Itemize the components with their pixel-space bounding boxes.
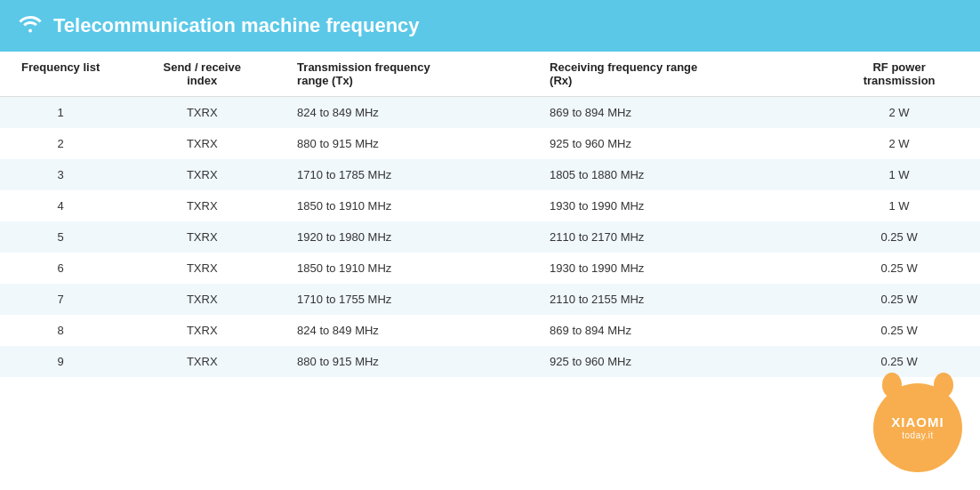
frequency-table: Frequency list Send / receive index Tran… (0, 52, 980, 377)
cell-freq: 4 (0, 190, 121, 221)
cell-freq: 8 (0, 315, 121, 346)
cell-rf: 1 W (818, 159, 980, 190)
cell-rx: 1805 to 1880 MHz (535, 159, 818, 190)
cell-rf: 0.25 W (818, 253, 980, 284)
cell-tx: 824 to 849 MHz (283, 315, 535, 346)
cell-rx: 925 to 960 MHz (535, 128, 818, 159)
watermark: XIAOMI today.it (873, 383, 962, 472)
cell-rf: 0.25 W (818, 221, 980, 253)
cell-mode: TXRX (121, 284, 283, 315)
cell-rf: 0.25 W (818, 284, 980, 315)
cell-tx: 1850 to 1910 MHz (283, 190, 535, 221)
table-row: 3TXRX1710 to 1785 MHz1805 to 1880 MHz1 W (0, 159, 980, 190)
table-row: 1TXRX824 to 849 MHz869 to 894 MHz2 W (0, 97, 980, 129)
cell-freq: 1 (0, 97, 121, 129)
page-title: Telecommunication machine frequency (53, 14, 420, 37)
watermark-sub: today.it (902, 430, 934, 440)
cell-mode: TXRX (121, 128, 283, 159)
table-row: 4TXRX1850 to 1910 MHz1930 to 1990 MHz1 W (0, 190, 980, 221)
cell-rf: 2 W (818, 128, 980, 159)
cell-mode: TXRX (121, 253, 283, 284)
cell-freq: 5 (0, 221, 121, 253)
cell-rx: 2110 to 2170 MHz (535, 221, 818, 253)
col-header-rx: Receiving frequency range (Rx) (535, 52, 818, 97)
cell-rx: 1930 to 1990 MHz (535, 190, 818, 221)
cell-tx: 880 to 915 MHz (283, 128, 535, 159)
cell-rf: 0.25 W (818, 315, 980, 346)
cell-tx: 880 to 915 MHz (283, 346, 535, 377)
col-header-send: Send / receive index (121, 52, 283, 97)
cell-mode: TXRX (121, 159, 283, 190)
table-row: 2TXRX880 to 915 MHz925 to 960 MHz2 W (0, 128, 980, 159)
watermark-brand: XIAOMI (891, 415, 944, 430)
cell-rx: 1930 to 1990 MHz (535, 253, 818, 284)
cell-freq: 2 (0, 128, 121, 159)
cell-tx: 1920 to 1980 MHz (283, 221, 535, 253)
cell-freq: 9 (0, 346, 121, 377)
cell-freq: 7 (0, 284, 121, 315)
col-header-tx: Transmission frequency range (Tx) (283, 52, 535, 97)
cell-freq: 6 (0, 253, 121, 284)
table-row: 6TXRX1850 to 1910 MHz1930 to 1990 MHz0.2… (0, 253, 980, 284)
cell-mode: TXRX (121, 221, 283, 253)
table-row: 5TXRX1920 to 1980 MHz2110 to 2170 MHz0.2… (0, 221, 980, 253)
table-row: 9TXRX880 to 915 MHz925 to 960 MHz0.25 W (0, 346, 980, 377)
col-header-rf: RF power transmission (818, 52, 980, 97)
cell-freq: 3 (0, 159, 121, 190)
cell-rx: 869 to 894 MHz (535, 97, 818, 129)
col-header-freq: Frequency list (0, 52, 121, 97)
watermark-circle: XIAOMI today.it (873, 383, 962, 472)
cell-tx: 824 to 849 MHz (283, 97, 535, 129)
table-header-row: Frequency list Send / receive index Tran… (0, 52, 980, 97)
cell-rf: 2 W (818, 97, 980, 129)
cell-tx: 1710 to 1785 MHz (283, 159, 535, 190)
cell-rx: 2110 to 2155 MHz (535, 284, 818, 315)
cell-tx: 1710 to 1755 MHz (283, 284, 535, 315)
cell-mode: TXRX (121, 315, 283, 346)
table-row: 8TXRX824 to 849 MHz869 to 894 MHz0.25 W (0, 315, 980, 346)
cell-mode: TXRX (121, 190, 283, 221)
table-row: 7TXRX1710 to 1755 MHz2110 to 2155 MHz0.2… (0, 284, 980, 315)
page-header: Telecommunication machine frequency (0, 0, 980, 52)
cell-tx: 1850 to 1910 MHz (283, 253, 535, 284)
cell-rx: 925 to 960 MHz (535, 346, 818, 377)
wifi-icon (18, 12, 43, 39)
cell-rx: 869 to 894 MHz (535, 315, 818, 346)
cell-mode: TXRX (121, 97, 283, 129)
cell-mode: TXRX (121, 346, 283, 377)
cell-rf: 0.25 W (818, 346, 980, 377)
cell-rf: 1 W (818, 190, 980, 221)
